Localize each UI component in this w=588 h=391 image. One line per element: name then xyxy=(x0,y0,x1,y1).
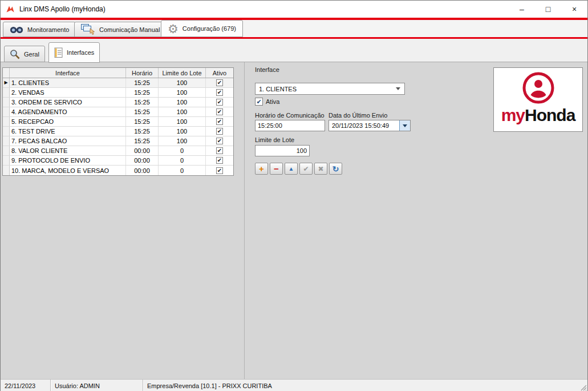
ativo-checkbox[interactable] xyxy=(216,118,223,125)
status-date: 22/11/2023 xyxy=(1,380,51,391)
cell-horario: 00:00 xyxy=(126,166,159,175)
table-row[interactable]: 4. AGENDAMENTO 15:25 100 xyxy=(3,107,233,117)
cell-ativo xyxy=(206,127,233,136)
tab-geral[interactable]: Geral xyxy=(4,46,45,62)
cell-ativo xyxy=(206,88,233,97)
cell-ativo xyxy=(206,156,233,165)
cell-ativo xyxy=(206,78,233,87)
table-row[interactable]: 5. RECEPCAO 15:25 100 xyxy=(3,117,233,127)
move-up-button[interactable]: ▲ xyxy=(285,163,298,175)
table-row[interactable]: 6. TEST DRIVE 15:25 100 xyxy=(3,127,233,136)
tab-comunicacao-manual[interactable]: Comunicação Manual xyxy=(74,22,167,37)
status-bar: 22/11/2023 Usuário: ADMIN Empresa/Revend… xyxy=(1,379,587,391)
interface-label: Interface xyxy=(255,66,279,73)
cell-horario: 00:00 xyxy=(126,146,159,155)
cell-horario: 15:25 xyxy=(126,127,159,136)
ativo-checkbox[interactable] xyxy=(216,79,223,86)
up-arrow-icon: ▲ xyxy=(289,166,294,172)
cell-limite: 100 xyxy=(159,78,206,87)
cell-ativo xyxy=(206,136,233,146)
limite-lote-label: Limite de Lote xyxy=(255,136,294,143)
cell-horario: 15:25 xyxy=(126,78,159,87)
cell-ativo xyxy=(206,98,233,107)
table-row[interactable]: 2. VENDAS 15:25 100 xyxy=(3,88,233,98)
cell-limite: 0 xyxy=(159,146,206,155)
tab-label: Comunicação Manual xyxy=(99,26,160,33)
ativa-checkbox[interactable] xyxy=(255,98,263,106)
row-selector xyxy=(3,117,10,126)
data-dropdown-button[interactable] xyxy=(399,120,410,131)
ativo-checkbox[interactable] xyxy=(216,128,223,135)
logo-my: my xyxy=(501,106,525,124)
ativo-checkbox[interactable] xyxy=(216,138,223,144)
refresh-button[interactable]: ↻ xyxy=(329,163,342,175)
ativo-checkbox[interactable] xyxy=(216,157,223,164)
tab-label: Interfaces xyxy=(67,49,94,56)
maximize-button[interactable]: □ xyxy=(535,1,561,18)
row-selector xyxy=(3,166,10,175)
limite-lote-input[interactable] xyxy=(255,145,310,156)
refresh-icon: ↻ xyxy=(332,165,339,173)
table-row[interactable]: 7. PECAS BALCAO 15:25 100 xyxy=(3,136,233,146)
panel-divider xyxy=(244,62,245,379)
table-row[interactable]: 8. VALOR CLIENTE 00:00 0 xyxy=(3,146,233,156)
tab-label: Monitoramento xyxy=(27,26,69,33)
magnifier-icon xyxy=(10,49,21,59)
table-row[interactable]: 3. ORDEM DE SERVICO 15:25 100 xyxy=(3,98,233,107)
remove-button[interactable]: − xyxy=(270,163,283,175)
cell-horario: 15:25 xyxy=(126,98,159,107)
cancel-button[interactable]: ✖ xyxy=(314,163,327,175)
tab-configuracao[interactable]: ⚙ Configuração (679) xyxy=(161,20,243,37)
header-horario[interactable]: Horário xyxy=(126,68,159,78)
cell-limite: 100 xyxy=(159,88,206,97)
ativo-checkbox[interactable] xyxy=(216,99,223,106)
data-ultimo-envio-label: Data do Último Envio xyxy=(329,112,387,119)
header-ativo[interactable]: Ativo xyxy=(206,68,233,78)
current-row-marker: ▶ xyxy=(4,80,7,85)
cell-horario: 15:25 xyxy=(126,107,159,116)
cell-interface: 3. ORDEM DE SERVICO xyxy=(10,98,126,107)
header-limite[interactable]: Limite do Lote xyxy=(159,68,206,78)
interfaces-table: Interface Horário Limite do Lote Ativo ▶… xyxy=(2,67,234,176)
check-icon: ✔ xyxy=(303,166,309,172)
minus-icon: − xyxy=(274,164,279,173)
cell-interface: 9. PROTOCOLO DE ENVIO xyxy=(10,156,126,165)
ativo-checkbox[interactable] xyxy=(216,108,223,115)
row-selector xyxy=(3,156,10,165)
ativo-checkbox[interactable] xyxy=(216,167,223,174)
horario-comunicacao-input[interactable] xyxy=(255,120,325,131)
minimize-button[interactable]: – xyxy=(509,1,535,18)
row-selector xyxy=(3,127,10,136)
interface-select[interactable]: 1. CLIENTES xyxy=(255,83,405,95)
data-ultimo-envio-picker[interactable]: 20/11/2023 15:50:49 xyxy=(329,120,411,131)
header-interface[interactable]: Interface xyxy=(10,68,126,78)
monitor-hand-icon xyxy=(81,24,95,35)
row-selector xyxy=(3,88,10,97)
data-ultimo-envio-value: 20/11/2023 15:50:49 xyxy=(332,122,399,129)
horario-comunicacao-label: Horário de Comunicação xyxy=(255,112,325,119)
add-button[interactable]: + xyxy=(255,163,268,175)
resize-grip[interactable] xyxy=(579,384,587,391)
table-row[interactable]: ▶ 1. CLIENTES 15:25 100 xyxy=(3,78,233,88)
cell-ativo xyxy=(206,146,233,155)
ativo-checkbox[interactable] xyxy=(216,89,223,96)
table-row[interactable]: 10. MARCA, MODELO E VERSAO 00:00 0 xyxy=(3,166,233,175)
person-circle-icon xyxy=(520,71,557,106)
table-row[interactable]: 9. PROTOCOLO DE ENVIO 00:00 0 xyxy=(3,156,233,166)
chevron-down-icon xyxy=(403,124,407,127)
cell-interface: 10. MARCA, MODELO E VERSAO xyxy=(10,166,126,175)
binoculars-icon xyxy=(10,25,23,34)
tab-label: Geral xyxy=(24,51,39,58)
window-controls: – □ × xyxy=(509,1,587,18)
confirm-button[interactable]: ✔ xyxy=(299,163,313,175)
chevron-down-icon xyxy=(396,87,400,90)
myhonda-logo: myHonda xyxy=(493,67,583,132)
tab-monitoramento[interactable]: Monitoramento xyxy=(3,22,76,37)
ativo-checkbox[interactable] xyxy=(216,147,223,154)
cell-interface: 2. VENDAS xyxy=(10,88,126,97)
tab-interfaces[interactable]: Interfaces xyxy=(48,42,100,63)
logo-wordmark: myHonda xyxy=(501,107,575,124)
record-toolbar: + − ▲ ✔ ✖ ↻ xyxy=(255,163,342,175)
cell-limite: 100 xyxy=(159,107,206,116)
close-button[interactable]: × xyxy=(561,1,587,18)
